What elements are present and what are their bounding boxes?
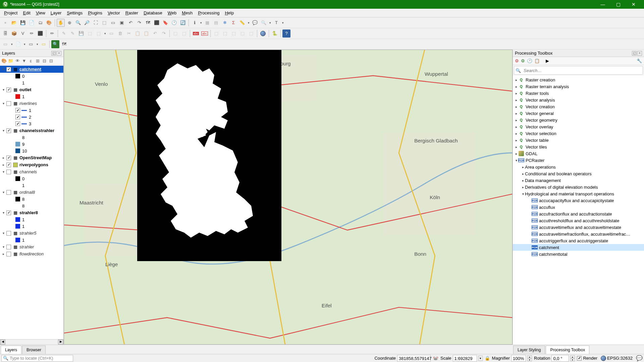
menu-database[interactable]: Database [141, 9, 165, 17]
hscroll-right[interactable]: ▶ [58, 340, 63, 345]
save-project-icon[interactable]: 💾 [19, 19, 27, 27]
legend-item[interactable]: ✓3 [0, 120, 63, 127]
legend-item[interactable]: 10 [0, 147, 63, 154]
proc-algorithm[interactable]: PCRaccufractionflux and accufractionstat… [513, 210, 644, 217]
proc-group-vector-tiles[interactable]: ▸QVector tiles [513, 143, 644, 150]
expand-icon[interactable]: ▸ [514, 152, 518, 156]
proc-group-vector-overlay[interactable]: ▸QVector overlay [513, 123, 644, 130]
delete-selected-icon[interactable]: ▭ [107, 29, 115, 38]
proc-group-gdal[interactable]: ▸GDAL [513, 150, 644, 157]
zoom-layer-icon[interactable]: ▭ [109, 19, 117, 27]
tab-processing-toolbox[interactable]: Processing Toolbox [546, 346, 589, 354]
new-spatialite-icon[interactable]: ✏ [28, 29, 36, 38]
lock-scale-icon[interactable]: 🔒 [485, 356, 490, 361]
layer-visibility-checkbox[interactable]: ✓ [6, 67, 11, 72]
toolbox-close-icon[interactable]: × [637, 51, 642, 56]
new-3d-view-icon[interactable]: ⬛ [153, 19, 161, 27]
menu-mesh[interactable]: Mesh [179, 9, 195, 17]
layer-openstreetmap[interactable]: ▸✓▦OpenStreetMap [0, 154, 63, 161]
proc-subgroup[interactable]: ▸Data management [513, 177, 644, 184]
new-shapefile-icon[interactable]: V [19, 29, 27, 38]
rotation-spinner[interactable]: ▴▾ [570, 355, 575, 361]
expand-icon[interactable]: ▸ [1, 163, 5, 167]
menu-raster[interactable]: Raster [123, 9, 141, 17]
proc-algorithm[interactable]: PCRcatchmenttotal [513, 251, 644, 257]
close-button[interactable]: ✕ [626, 0, 641, 9]
new-map-view-icon[interactable]: 🗺 [144, 19, 152, 27]
toolbox-icon[interactable]: ❄ [221, 19, 229, 27]
l3-icon[interactable]: ⬚ [212, 29, 220, 38]
history-icon[interactable]: ⚙ [521, 58, 525, 63]
expand-icon[interactable]: ▸ [514, 145, 518, 149]
text-annotation-icon[interactable]: T [272, 19, 280, 27]
new-virtual-layer-icon[interactable]: ⬛ [36, 29, 44, 38]
layer-visibility-checkbox[interactable]: ✓ [6, 156, 11, 160]
node-dropdown[interactable]: ▾ [103, 32, 107, 35]
layer-strahler8[interactable]: ▾✓▦strahler8 [0, 209, 63, 216]
l4-icon[interactable]: ⬚ [221, 29, 229, 38]
toggle-extents-icon[interactable]: 🐭 [433, 356, 438, 361]
metasearch-icon[interactable] [259, 29, 267, 38]
remove-layer-icon[interactable]: ⊟ [48, 58, 54, 64]
legend-item[interactable]: 8 [0, 202, 63, 209]
proc-group-vector-table[interactable]: ▸QVector table [513, 137, 644, 143]
messages-icon[interactable]: 💬 [636, 355, 643, 361]
magnifier-value[interactable]: 100% [511, 355, 526, 362]
maximize-button[interactable]: ▢ [610, 0, 626, 9]
collapse-all-icon[interactable]: ⊟ [42, 58, 47, 64]
expand-icon[interactable]: ▾ [521, 192, 525, 196]
proc-algorithm[interactable]: PCRaccutraveltimeflux and accutraveltime… [513, 224, 644, 231]
proc-group-raster-terrain-analysis[interactable]: ▸QRaster terrain analysis [513, 83, 644, 90]
l6-icon[interactable]: ⬚ [238, 29, 247, 38]
layer-visibility-checkbox[interactable] [6, 190, 11, 195]
tab-browser[interactable]: Browser [22, 346, 46, 354]
proc-group-vector-analysis[interactable]: ▸QVector analysis [513, 97, 644, 103]
python-console-icon[interactable]: 🐍 [271, 29, 279, 38]
proc-subgroup[interactable]: ▸Area operations [513, 164, 644, 170]
open-project-icon[interactable]: 📂 [10, 19, 18, 27]
layer-visibility-checkbox[interactable] [6, 245, 11, 249]
proc-group-vector-creation[interactable]: ▸QVector creation [513, 103, 644, 110]
results-viewer-icon[interactable]: 🕐 [527, 58, 532, 63]
redo-icon[interactable]: ↶ [151, 29, 159, 38]
layers-tree[interactable]: ▾✓▦catchment01▾✓▦outlet1▾▦riverlines✓1✓2… [0, 65, 63, 339]
tab-layers[interactable]: Layers [1, 346, 21, 354]
proc-group-raster-creation[interactable]: ▸QRaster creation [513, 76, 644, 83]
menu-help[interactable]: Help [222, 9, 236, 17]
expand-icon[interactable]: ▸ [521, 172, 525, 176]
legend-item[interactable]: 8 [0, 134, 63, 141]
legend-item[interactable]: ✓1 [0, 107, 63, 114]
data-source-manager-icon[interactable]: 🗄 [1, 29, 9, 38]
layer-strahler5[interactable]: ▾▦strahler5 [0, 230, 63, 237]
digitize-1-icon[interactable]: ⬚ [171, 29, 179, 38]
menu-settings[interactable]: Settings [64, 9, 85, 17]
json-tools-icon[interactable]: 🗺 [60, 40, 68, 48]
osm-place-search-icon[interactable]: 🔍 [51, 40, 59, 48]
legend-item[interactable]: 8 [0, 196, 63, 202]
legend-item[interactable]: 1 [0, 79, 63, 86]
legend-item[interactable]: 1 [0, 182, 63, 189]
proc-algorithm[interactable]: PCRaccuthresholdflux and accuthresholdst… [513, 217, 644, 224]
expand-icon[interactable]: ▾ [1, 245, 5, 249]
new-print-layout-icon[interactable]: 📄 [28, 19, 36, 27]
expand-icon[interactable]: ▾ [1, 67, 5, 71]
expand-icon[interactable]: ▸ [514, 112, 518, 115]
current-edits-icon[interactable]: ✎ [60, 29, 68, 38]
zoom-native-icon[interactable]: ▣ [118, 19, 126, 27]
save-edits-icon[interactable]: ✎ [68, 29, 76, 38]
layer-outlet[interactable]: ▾✓▦outlet [0, 86, 63, 93]
layer-catchment[interactable]: ▾✓▦catchment [0, 66, 63, 73]
paste-features-icon[interactable]: 📋 [133, 29, 142, 38]
legend-item[interactable]: 1 [0, 223, 63, 230]
layer-riverlines[interactable]: ▾▦riverlines [0, 100, 63, 107]
new-bookmark-icon[interactable]: 🔖 [161, 19, 169, 27]
menu-view[interactable]: View [33, 9, 48, 17]
measure-icon[interactable]: 📏 [238, 19, 246, 27]
temporal-controller-icon[interactable]: 🕐 [170, 19, 178, 27]
menu-web[interactable]: Web [165, 9, 179, 17]
expand-icon[interactable]: ▸ [514, 92, 518, 95]
menu-layer[interactable]: Layer [48, 9, 64, 17]
layer-visibility-checkbox[interactable]: ✓ [6, 87, 11, 92]
toggle-editing-icon[interactable]: ✏ [48, 29, 56, 38]
expand-icon[interactable]: ▸ [521, 185, 525, 189]
